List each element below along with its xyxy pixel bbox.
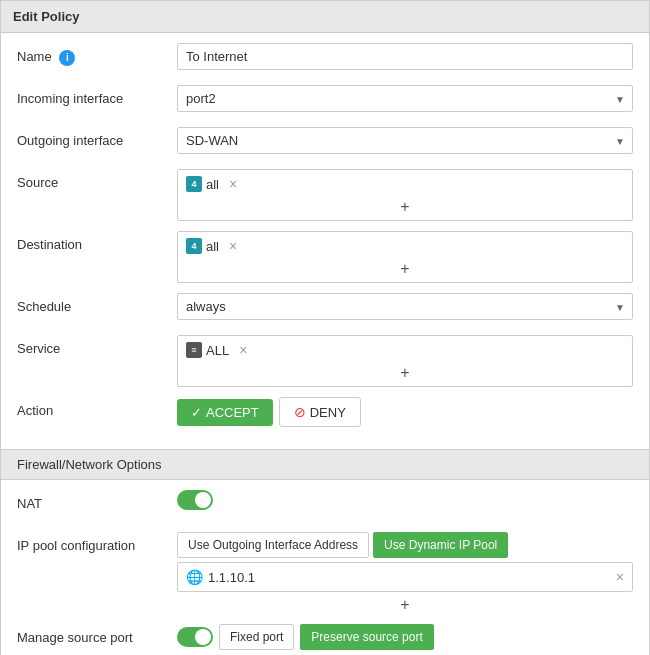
- incoming-row: Incoming interface port2 ▼: [17, 85, 633, 117]
- edit-policy-panel: Edit Policy Name i Incoming interface po…: [0, 0, 650, 655]
- ip-add-icon[interactable]: +: [177, 596, 633, 614]
- service-field: ≡ ALL × +: [177, 335, 633, 387]
- service-row: Service ≡ ALL × +: [17, 335, 633, 387]
- outgoing-label: Outgoing interface: [17, 127, 177, 148]
- source-tag-item: 4 all ×: [186, 174, 237, 194]
- nat-toggle[interactable]: [177, 490, 213, 510]
- action-label: Action: [17, 397, 177, 418]
- schedule-field: always ▼: [177, 293, 633, 320]
- use-dynamic-ip-button[interactable]: Use Dynamic IP Pool: [373, 532, 508, 558]
- incoming-field: port2 ▼: [177, 85, 633, 112]
- service-add-icon[interactable]: +: [186, 364, 624, 382]
- incoming-select-wrapper: port2 ▼: [177, 85, 633, 112]
- outgoing-select-wrapper: SD-WAN ▼: [177, 127, 633, 154]
- name-info-icon[interactable]: i: [59, 50, 75, 66]
- destination-tag-label: all: [206, 239, 219, 254]
- manage-source-row: Manage source port Fixed port Preserve s…: [17, 624, 633, 655]
- destination-field: 4 all × +: [177, 231, 633, 283]
- source-field: 4 all × +: [177, 169, 633, 221]
- manage-source-toggle[interactable]: [177, 627, 213, 647]
- globe-icon: 🌐: [186, 569, 202, 585]
- destination-tag-icon: 4: [186, 238, 202, 254]
- nat-label: NAT: [17, 490, 177, 511]
- action-buttons: ✓ ACCEPT ⊘ DENY: [177, 397, 633, 427]
- source-tag-label: all: [206, 177, 219, 192]
- incoming-select[interactable]: port2: [177, 85, 633, 112]
- ip-entry-inner: 🌐 1.1.10.1: [186, 569, 255, 585]
- form-body: Name i Incoming interface port2 ▼ Outgoi…: [1, 33, 649, 449]
- ip-value: 1.1.10.1: [208, 570, 255, 585]
- nat-row: NAT: [17, 490, 633, 522]
- destination-row: Destination 4 all × +: [17, 231, 633, 283]
- manage-source-field: Fixed port Preserve source port: [177, 624, 633, 650]
- deny-button[interactable]: ⊘ DENY: [279, 397, 361, 427]
- ip-pool-row: IP pool configuration Use Outgoing Inter…: [17, 532, 633, 614]
- ip-entry-box: 🌐 1.1.10.1 ×: [177, 562, 633, 592]
- destination-label: Destination: [17, 231, 177, 252]
- service-tag-icon: ≡: [186, 342, 202, 358]
- source-add-icon[interactable]: +: [186, 198, 624, 216]
- accept-button[interactable]: ✓ ACCEPT: [177, 399, 273, 426]
- firewall-section-header: Firewall/Network Options: [1, 449, 649, 480]
- checkmark-icon: ✓: [191, 405, 202, 420]
- incoming-label: Incoming interface: [17, 85, 177, 106]
- name-input[interactable]: [177, 43, 633, 70]
- schedule-select-wrapper: always ▼: [177, 293, 633, 320]
- outgoing-select[interactable]: SD-WAN: [177, 127, 633, 154]
- source-label: Source: [17, 169, 177, 190]
- name-field: [177, 43, 633, 70]
- preserve-source-button[interactable]: Preserve source port: [300, 624, 433, 650]
- destination-remove-icon[interactable]: ×: [229, 239, 237, 253]
- source-port-row: Fixed port Preserve source port: [177, 624, 633, 650]
- outgoing-row: Outgoing interface SD-WAN ▼: [17, 127, 633, 159]
- source-tag-icon: 4: [186, 176, 202, 192]
- service-label: Service: [17, 335, 177, 356]
- source-remove-icon[interactable]: ×: [229, 177, 237, 191]
- ip-remove-icon[interactable]: ×: [616, 570, 624, 584]
- destination-add-icon[interactable]: +: [186, 260, 624, 278]
- schedule-label: Schedule: [17, 293, 177, 314]
- ip-pool-buttons: Use Outgoing Interface Address Use Dynam…: [177, 532, 633, 558]
- service-remove-icon[interactable]: ×: [239, 343, 247, 357]
- service-tag-item: ≡ ALL ×: [186, 340, 247, 360]
- fixed-port-button[interactable]: Fixed port: [219, 624, 294, 650]
- action-field: ✓ ACCEPT ⊘ DENY: [177, 397, 633, 427]
- name-row: Name i: [17, 43, 633, 75]
- panel-title: Edit Policy: [1, 1, 649, 33]
- schedule-select[interactable]: always: [177, 293, 633, 320]
- source-row: Source 4 all × +: [17, 169, 633, 221]
- action-row: Action ✓ ACCEPT ⊘ DENY: [17, 397, 633, 429]
- use-outgoing-button[interactable]: Use Outgoing Interface Address: [177, 532, 369, 558]
- source-tag-box: 4 all × +: [177, 169, 633, 221]
- destination-tag-box: 4 all × +: [177, 231, 633, 283]
- service-tag-label: ALL: [206, 343, 229, 358]
- ip-pool-label: IP pool configuration: [17, 532, 177, 553]
- service-tag-box: ≡ ALL × +: [177, 335, 633, 387]
- deny-icon: ⊘: [294, 404, 306, 420]
- nat-field: [177, 490, 633, 513]
- ip-pool-field: Use Outgoing Interface Address Use Dynam…: [177, 532, 633, 614]
- schedule-row: Schedule always ▼: [17, 293, 633, 325]
- manage-source-label: Manage source port: [17, 624, 177, 645]
- name-label: Name i: [17, 43, 177, 66]
- firewall-section-body: NAT IP pool configuration Use Outgoing I…: [1, 480, 649, 655]
- outgoing-field: SD-WAN ▼: [177, 127, 633, 154]
- destination-tag-item: 4 all ×: [186, 236, 237, 256]
